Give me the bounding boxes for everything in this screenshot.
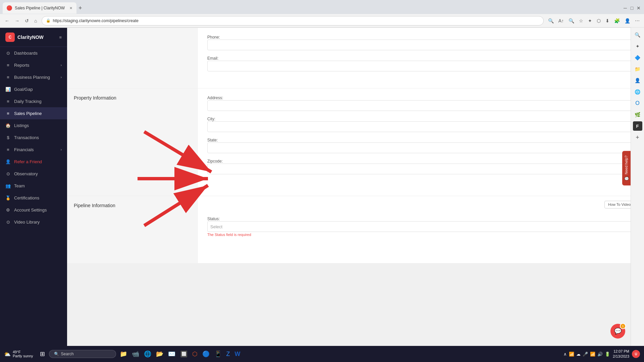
read-aloud-icon[interactable]: A↑ [557, 17, 566, 24]
close-button[interactable]: ✕ [636, 5, 641, 11]
sidebar-item-goal-gap[interactable]: 📊 Goal/Gap [0, 83, 67, 95]
restore-button[interactable]: □ [629, 5, 635, 11]
edge-profile-icon[interactable]: 👤 [633, 76, 642, 85]
status-select[interactable]: Select [207, 221, 635, 232]
sidebar-item-refer-friend[interactable]: 👤 Refer a Friend [0, 156, 67, 168]
nav-icons: 🔍 A↑ 🔍 ☆ ✦ ⬡ ⬇ 🧩 👤 ⋯ [546, 17, 641, 24]
favorites-icon[interactable]: ☆ [577, 17, 585, 24]
taskbar-word-icon[interactable]: W [235, 351, 240, 358]
minimize-button[interactable]: ─ [623, 5, 628, 11]
profile-icon[interactable]: 👤 [623, 17, 632, 24]
refresh-button[interactable]: ↺ [23, 17, 31, 25]
taskbar-ubuntu-icon[interactable]: ⬡ [192, 350, 198, 358]
sidebar-label-video-library: Video Library [14, 220, 40, 225]
edge-outlook-icon[interactable]: O [633, 99, 642, 108]
status-field: Status: Select The Status field is requi… [207, 216, 635, 237]
tab-close-button[interactable]: ✕ [69, 6, 72, 10]
sidebar-item-dashboards[interactable]: ⊙ Dashboards [0, 47, 67, 59]
active-tab[interactable]: 🔴 Sales Pipeline | ClarityNOW ✕ [3, 2, 76, 14]
edge-media-icon[interactable]: 📁 [633, 64, 642, 74]
sidebar-item-listings[interactable]: 🏠 Listings [0, 119, 67, 131]
taskbar-zoom-icon[interactable]: Z [226, 351, 230, 358]
zipcode-input[interactable] [207, 164, 635, 174]
city-input[interactable] [207, 121, 635, 132]
start-button[interactable]: ⊞ [40, 350, 45, 358]
tray-network-icon[interactable]: 📶 [569, 352, 574, 357]
new-tab-button[interactable]: + [78, 5, 82, 11]
taskbar-clock[interactable]: 12:07 PM 2/13/2023 [613, 349, 629, 359]
tray-cloud-icon[interactable]: ☁ [576, 352, 581, 357]
need-help-button[interactable]: 💬 Need help? [622, 151, 631, 185]
edge-extension-sidebar: 🔍 ✦ 🔷 📁 👤 🌐 O 🌿 F + [631, 27, 644, 346]
forward-button[interactable]: → [13, 17, 21, 25]
sidebar-item-financials[interactable]: ≡ Financials › [0, 143, 67, 156]
certifications-icon: 🏅 [5, 195, 11, 200]
sidebar-item-daily-tracking[interactable]: ≡ Daily Tracking [0, 95, 67, 107]
edge-search-icon[interactable]: 🔍 [633, 30, 642, 40]
contact-label-col [67, 28, 198, 88]
zipcode-label: Zipcode: [207, 159, 223, 164]
email-input[interactable] [207, 61, 635, 71]
logo-icon: C [5, 33, 15, 42]
taskbar-dell-icon[interactable]: 🔲 [180, 350, 187, 358]
taskbar-teams-icon[interactable]: 📹 [132, 350, 139, 358]
taskbar-file-icon[interactable]: 📁 [120, 350, 127, 358]
extensions-icon[interactable]: 🧩 [612, 17, 622, 24]
copilot-icon[interactable]: ✦ [586, 17, 594, 24]
sidebar-label-goal-gap: Goal/Gap [14, 87, 33, 92]
home-button[interactable]: ⌂ [32, 17, 39, 25]
edge-f-icon[interactable]: F [633, 121, 642, 131]
reports-arrow-icon: › [61, 63, 62, 67]
tray-wifi-icon[interactable]: 📶 [590, 352, 595, 357]
address-bar[interactable]: 🔒 https://staging.claritynowre.com/pipel… [42, 16, 543, 25]
sidebar-item-sales-pipeline[interactable]: ≡ Sales Pipeline [0, 107, 67, 119]
tray-battery-icon[interactable]: 🔋 [605, 352, 610, 357]
sidebar-label-team: Team [14, 183, 25, 188]
taskbar-search-button[interactable]: 🔍 Search [49, 350, 116, 358]
collections-icon[interactable]: ⬡ [595, 17, 602, 24]
sidebar-item-video-library[interactable]: ⊙ Video Library [0, 216, 67, 228]
edge-add-icon[interactable]: + [633, 133, 642, 142]
taskbar-folder-icon[interactable]: 📂 [156, 350, 163, 358]
tray-volume-icon[interactable]: 🔊 [597, 352, 603, 357]
search-nav-icon[interactable]: 🔍 [546, 17, 555, 24]
sidebar-item-reports[interactable]: ≡ Reports › [0, 59, 67, 71]
taskbar-edge-icon[interactable]: 🌐 [144, 350, 151, 358]
transactions-icon: $ [5, 135, 11, 140]
form-container: Phone: Email: Property Information Add [67, 28, 644, 346]
chat-bubble-button[interactable]: 💬 1 [610, 324, 625, 339]
taskbar-mail-icon[interactable]: ✉️ [168, 350, 175, 358]
nav-bar: ← → ↺ ⌂ 🔒 https://staging.claritynowre.c… [0, 14, 644, 27]
sidebar-menu-icon[interactable]: ≡ [59, 35, 62, 40]
sidebar-item-business-planning[interactable]: ≡ Business Planning › [0, 71, 67, 83]
sidebar-item-team[interactable]: 👥 Team [0, 180, 67, 192]
sidebar-label-observatory: Observatory [14, 171, 38, 176]
taskbar-apps-icon[interactable]: 📱 [214, 350, 222, 358]
taskbar-user-avatar[interactable]: U [632, 350, 640, 358]
listings-icon: 🏠 [5, 123, 11, 128]
taskbar-arc-icon[interactable]: 🔵 [202, 350, 210, 358]
reports-icon: ≡ [5, 62, 11, 68]
sidebar-item-account-settings[interactable]: ⚙ Account Settings [0, 204, 67, 216]
download-icon[interactable]: ⬇ [604, 17, 611, 24]
settings-icon[interactable]: ⋯ [633, 17, 641, 24]
state-input[interactable] [207, 142, 635, 153]
back-button[interactable]: ← [3, 17, 11, 25]
edge-copilot-icon[interactable]: ✦ [633, 42, 642, 51]
taskbar-search-icon: 🔍 [54, 352, 59, 356]
address-input[interactable] [207, 100, 635, 111]
sidebar-item-certifications[interactable]: 🏅 Certifications [0, 192, 67, 204]
edge-onenote-icon[interactable]: 🌿 [633, 110, 642, 119]
app-layout: C ClarityNOW ≡ ⊙ Dashboards ≡ Reports › … [0, 28, 644, 346]
state-label: State: [207, 138, 218, 142]
edge-buy-icon[interactable]: 🔷 [633, 53, 642, 62]
tray-mic-icon[interactable]: 🎤 [583, 352, 588, 357]
tray-chevron-icon[interactable]: ∧ [564, 352, 567, 357]
zoom-icon[interactable]: 🔍 [567, 17, 576, 24]
edge-office-icon[interactable]: 🌐 [633, 87, 642, 97]
sidebar-item-observatory[interactable]: ⊙ Observatory [0, 168, 67, 180]
sidebar-item-transactions[interactable]: $ Transactions [0, 131, 67, 143]
phone-input[interactable] [207, 40, 635, 50]
status-error-text: The Status field is required [207, 233, 635, 237]
taskbar-weather: ⛅ 49°F Partly sunny [4, 350, 33, 358]
